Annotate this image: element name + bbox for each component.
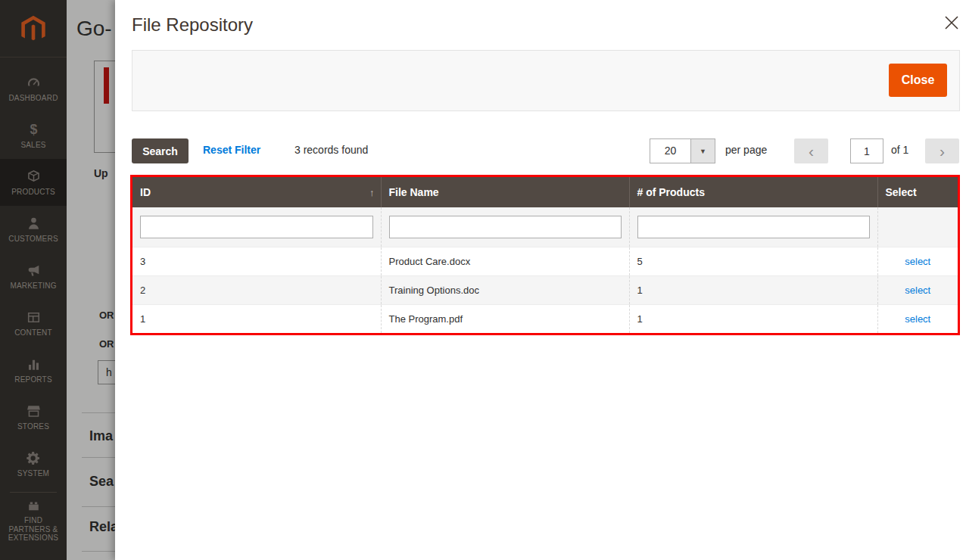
close-icon — [944, 15, 959, 30]
chevron-left-icon: ‹ — [809, 142, 814, 160]
cell-file-name: Product Care.docx — [381, 247, 629, 275]
total-pages-label: of 1 — [891, 144, 908, 156]
cell-file-name: The Program.pdf — [381, 304, 629, 333]
search-button[interactable]: Search — [132, 138, 189, 163]
chevron-down-icon: ▼ — [690, 139, 715, 163]
file-repository-modal: File Repository Close Search Reset Filte… — [115, 0, 966, 560]
table-row[interactable]: 3 Product Care.docx 5 select — [132, 247, 958, 275]
page-size-value: 20 — [650, 139, 690, 163]
filter-num-products-input[interactable] — [637, 216, 870, 238]
page-size-select[interactable]: 20 ▼ — [650, 138, 715, 163]
table-row[interactable]: 2 Training Options.doc 1 select — [132, 275, 958, 304]
column-header-id[interactable]: ID ↑ — [132, 177, 381, 207]
modal-button-bar: Close — [132, 50, 960, 111]
cell-num-products: 1 — [629, 275, 877, 304]
close-button[interactable]: Close — [889, 64, 947, 97]
filter-id-input[interactable] — [140, 216, 373, 238]
table-row[interactable]: 1 The Program.pdf 1 select — [132, 304, 958, 333]
cell-num-products: 5 — [629, 247, 877, 275]
sort-ascending-icon: ↑ — [369, 187, 375, 198]
select-link[interactable]: select — [905, 285, 930, 296]
select-link[interactable]: select — [905, 313, 930, 325]
cell-num-products: 1 — [629, 304, 877, 333]
cell-id: 3 — [132, 247, 381, 275]
screen: DASHBOARD$SALESPRODUCTSCUSTOMERSMARKETIN… — [0, 0, 966, 560]
column-header-select: Select — [877, 177, 958, 207]
filter-select-cell — [877, 207, 958, 247]
modal-close-button[interactable] — [942, 13, 961, 33]
current-page-input[interactable] — [850, 138, 883, 163]
cell-file-name: Training Options.doc — [381, 275, 629, 304]
cell-id: 2 — [132, 275, 381, 304]
modal-title: File Repository — [132, 14, 253, 36]
next-page-button[interactable]: › — [925, 138, 959, 163]
reset-filter-link[interactable]: Reset Filter — [203, 144, 260, 156]
cell-id: 1 — [132, 304, 381, 333]
grid-filter-row — [132, 207, 958, 247]
per-page-label: per page — [725, 144, 767, 156]
grid-header-row: ID ↑ File Name # of Products Select — [132, 177, 958, 207]
column-header-num-products[interactable]: # of Products — [629, 177, 877, 207]
filter-file-name-input[interactable] — [389, 216, 622, 238]
previous-page-button[interactable]: ‹ — [794, 138, 828, 163]
grid-toolbar: Search Reset Filter 3 records found 20 ▼… — [115, 138, 966, 163]
file-repository-grid: ID ↑ File Name # of Products Select — [130, 175, 960, 335]
chevron-right-icon: › — [940, 142, 945, 160]
records-found-text: 3 records found — [294, 144, 368, 156]
select-link[interactable]: select — [905, 256, 930, 267]
column-header-file-name[interactable]: File Name — [381, 177, 629, 207]
